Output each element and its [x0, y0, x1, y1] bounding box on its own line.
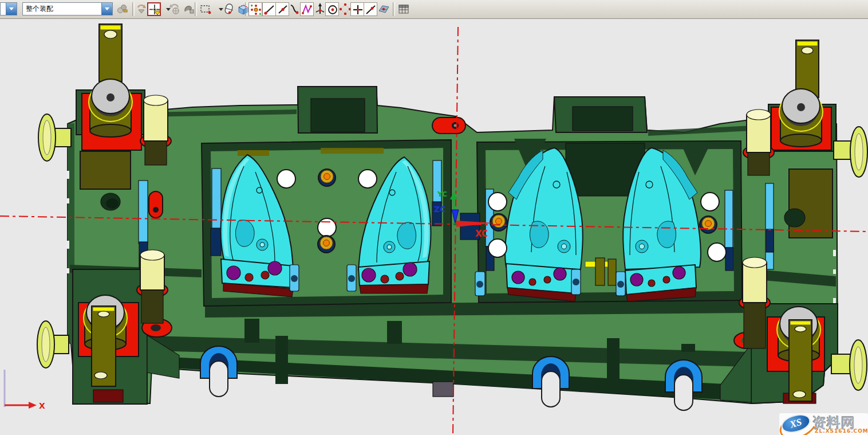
snap-point-on-surface-icon[interactable] — [377, 2, 390, 16]
guide-pin-top-left[interactable] — [140, 95, 171, 165]
clamp-tab-top-left[interactable] — [298, 87, 377, 133]
guide-pin-top-right[interactable] — [743, 109, 774, 175]
snap-end-point-icon[interactable] — [262, 2, 276, 16]
selection-scope-combo[interactable]: 整个装配 — [22, 2, 113, 15]
selection-scope-dropdown-icon[interactable] — [101, 3, 112, 15]
grid-icon[interactable] — [397, 2, 411, 16]
wcs-xc-label: XC — [475, 229, 488, 239]
toolbar-separator — [393, 2, 395, 16]
corner-assembly-top-right[interactable] — [768, 40, 836, 151]
selection-toolbar: 整个装配 — [0, 0, 868, 19]
filter-dropdown-caret[interactable] — [161, 2, 167, 16]
watermark-logo-text: XS — [788, 417, 803, 431]
guide-pin-bottom-left[interactable] — [137, 250, 168, 323]
select-dropdown-caret[interactable] — [214, 2, 220, 16]
selection-history-icon[interactable] — [182, 2, 196, 16]
guide-pin-bottom-right[interactable] — [739, 257, 770, 348]
toolbar-separator — [195, 2, 197, 16]
mouse-select-icon[interactable] — [222, 2, 236, 16]
assembly-scope-lock-icon[interactable] — [116, 2, 129, 16]
toolbar-separator — [245, 2, 247, 16]
snap-spline-point-icon[interactable] — [300, 2, 314, 16]
guide-bushing-icon — [89, 79, 132, 137]
side-knob-top-left[interactable] — [38, 114, 71, 161]
point-filter-icon[interactable] — [147, 2, 161, 16]
wcs-yc-label: YC — [437, 190, 447, 198]
selection-scope-value: 整个装配 — [23, 4, 101, 14]
latch-strap-icon — [92, 306, 116, 386]
view-triad-x-label: X — [39, 401, 45, 410]
snap-enable-icon[interactable] — [248, 2, 262, 16]
graphics-viewport[interactable]: YC ZC XC X — [0, 19, 868, 435]
corner-assembly-top-left[interactable] — [76, 24, 145, 150]
clamp-tab-top-right[interactable] — [554, 97, 647, 132]
cad-application-window: 整个装配 — [0, 0, 868, 435]
latch-strap-icon — [99, 24, 122, 81]
snap-point-on-curve-icon[interactable] — [364, 2, 377, 16]
side-knob-bottom-left[interactable] — [37, 321, 69, 368]
guide-bushing-icon — [779, 89, 823, 147]
clamp-slot-2[interactable] — [532, 356, 569, 407]
wcs-zc-label: ZC — [434, 205, 445, 214]
watermark: XS 资料网 ZL.XS1616.COM — [779, 413, 868, 435]
mini-filter-dropdown-icon[interactable] — [6, 3, 17, 15]
view-triad: X — [5, 370, 45, 410]
snap-mid-point-icon[interactable] — [275, 2, 289, 16]
rectangle-select-icon[interactable] — [199, 2, 212, 16]
mini-filter-combo[interactable] — [0, 2, 17, 15]
clamp-slot-3[interactable] — [665, 360, 702, 410]
snap-existing-point-icon[interactable] — [350, 2, 364, 16]
watermark-site-url: ZL.XS1616.COM — [815, 428, 868, 434]
side-knob-top-right[interactable] — [834, 127, 867, 177]
reset-filter-icon[interactable] — [168, 2, 182, 16]
toolbar-separator — [132, 2, 135, 16]
clamp-slot-1[interactable] — [200, 346, 237, 397]
latch-strap-icon — [789, 320, 812, 401]
snap-arc-center-icon[interactable] — [325, 2, 339, 16]
